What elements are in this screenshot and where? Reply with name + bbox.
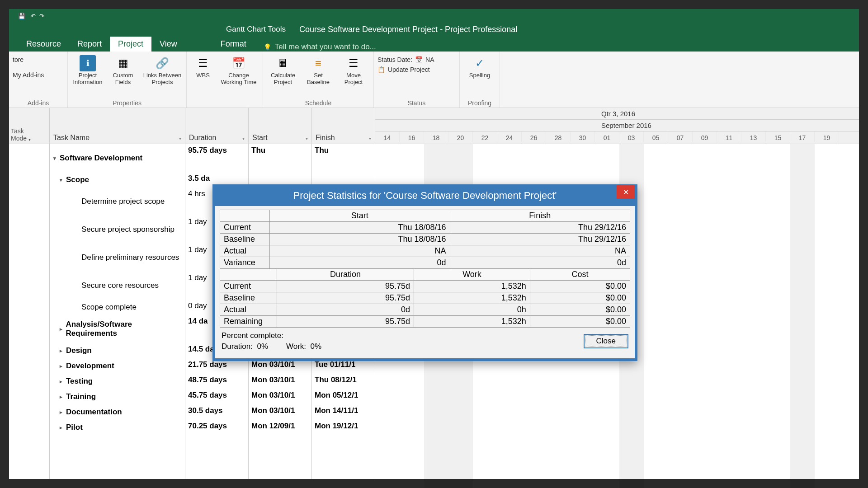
dur-cell[interactable]: 95.75 days xyxy=(185,144,248,172)
project-information-button[interactable]: ℹ Project Information xyxy=(71,53,104,88)
timeline-day: 24 xyxy=(497,131,522,144)
chevron-down-icon[interactable]: ▾ xyxy=(242,136,245,141)
set-baseline-button[interactable]: ≡ Set Baseline xyxy=(302,53,335,88)
task-row[interactable]: Secure core resources xyxy=(50,272,185,300)
finish-cell[interactable]: Thu xyxy=(312,144,375,172)
task-row[interactable]: ▸Testing xyxy=(50,374,185,389)
task-row[interactable]: ▾Software Development xyxy=(50,144,185,172)
update-icon: 📋 xyxy=(377,66,385,73)
timeline-day: 18 xyxy=(424,131,448,144)
task-name-cell: Analysis/Software Requirements xyxy=(66,320,181,338)
date-icon: 📅 xyxy=(415,56,423,63)
timeline-day: 19 xyxy=(815,131,839,144)
stats-row: Current95.75d1,532h$0.00 xyxy=(220,281,630,292)
custom-fields-button[interactable]: ▦ Custom Fields xyxy=(107,53,139,88)
task-name-cell: Scope complete xyxy=(81,303,137,312)
move-icon: ☰ xyxy=(345,55,362,71)
dur-cell[interactable]: 70.25 days xyxy=(185,420,248,435)
undo-icon[interactable]: ↶ xyxy=(31,13,36,19)
update-project-button[interactable]: 📋 Update Project xyxy=(377,66,434,73)
tab-view[interactable]: View xyxy=(151,37,185,52)
start-cell[interactable]: Mon 03/10/1 xyxy=(249,374,311,389)
task-row[interactable]: ▾Scope xyxy=(50,172,185,188)
chevron-down-icon[interactable]: ▾ xyxy=(28,137,31,142)
dur-cell[interactable]: 30.5 days xyxy=(185,404,248,420)
task-row[interactable]: Scope complete xyxy=(50,300,185,315)
store-button[interactable]: tore xyxy=(13,53,24,66)
chevron-down-icon[interactable]: ▾ xyxy=(179,136,181,141)
expand-icon[interactable]: ▸ xyxy=(60,409,66,415)
timeline-day: 05 xyxy=(644,131,668,144)
expand-icon[interactable]: ▸ xyxy=(60,326,66,332)
links-between-projects-button[interactable]: 🔗 Links Between Projects xyxy=(142,53,183,88)
tell-me-search[interactable]: Tell me what you want to do... xyxy=(255,42,859,52)
change-working-time-button[interactable]: 📅 Change Working Time xyxy=(218,53,259,88)
title-header: Gantt Chart Tools Course Software Develo… xyxy=(9,23,859,36)
expand-icon[interactable]: ▸ xyxy=(60,363,66,369)
chevron-down-icon[interactable]: ▾ xyxy=(369,136,371,141)
finish-cell[interactable]: Mon 19/12/1 xyxy=(312,420,375,435)
task-row[interactable]: ▸Pilot xyxy=(50,420,185,435)
task-row[interactable]: ▸Training xyxy=(50,389,185,404)
dialog-close-button[interactable]: ✕ xyxy=(617,185,635,199)
task-row[interactable]: Define preliminary resources xyxy=(50,244,185,272)
tab-report[interactable]: Report xyxy=(69,37,110,52)
finish-header[interactable]: Finish ▾ xyxy=(312,108,375,144)
task-name-header[interactable]: Task Name ▾ xyxy=(50,108,185,144)
status-date-row[interactable]: Status Date: 📅 NA xyxy=(377,56,434,63)
info-icon: ℹ xyxy=(80,55,96,71)
quick-access-toolbar: 💾 ↶ ↷ xyxy=(9,9,859,23)
dur-cell[interactable]: 48.75 days xyxy=(185,374,248,389)
task-name-cell: Training xyxy=(66,392,96,401)
task-mode-header[interactable]: Task Mode ▾ xyxy=(9,108,49,144)
chevron-down-icon[interactable]: ▾ xyxy=(306,136,308,141)
task-row[interactable]: Determine project scope xyxy=(50,188,185,216)
wbs-button[interactable]: ☰ WBS xyxy=(190,53,216,81)
spelling-button[interactable]: ✓ Spelling xyxy=(463,53,496,81)
dialog-body: Start Finish CurrentThu 18/08/16Thu 29/1… xyxy=(215,206,635,358)
tab-resource[interactable]: Resource xyxy=(18,37,69,52)
start-header[interactable]: Start ▾ xyxy=(249,108,311,144)
task-name-cell: Secure project sponsorship xyxy=(81,225,175,234)
dialog-title: Project Statistics for 'Course Software … xyxy=(215,187,635,206)
start-cell[interactable]: Mon 03/10/1 xyxy=(249,389,311,404)
finish-cell[interactable]: Mon 14/11/1 xyxy=(312,404,375,420)
finish-cell[interactable]: Thu 08/12/1 xyxy=(312,374,375,389)
timeline-day: 26 xyxy=(522,131,546,144)
duration-header[interactable]: Duration ▾ xyxy=(185,108,248,144)
stats-row: Variance0d0d xyxy=(220,257,630,269)
redo-icon[interactable]: ↷ xyxy=(39,13,44,19)
task-name-cell: Pilot xyxy=(66,423,83,432)
expand-icon[interactable]: ▾ xyxy=(60,177,66,183)
finish-cell[interactable]: Mon 05/12/1 xyxy=(312,389,375,404)
tab-format[interactable]: Format xyxy=(212,37,255,52)
task-name-column: Task Name ▾ ▾Software Development▾ScopeD… xyxy=(50,108,185,479)
my-addins-button[interactable]: My Add-ins xyxy=(13,69,44,81)
task-row[interactable]: ▸Design xyxy=(50,343,185,358)
task-row[interactable]: ▸Development xyxy=(50,358,185,374)
calculate-project-button[interactable]: 🖩 Calculate Project xyxy=(267,53,299,88)
task-row[interactable]: Secure project sponsorship xyxy=(50,216,185,244)
timeline-day: 07 xyxy=(668,131,693,144)
start-cell[interactable]: Thu xyxy=(249,144,311,172)
task-row[interactable]: ▸Documentation xyxy=(50,404,185,420)
tab-project[interactable]: Project xyxy=(110,37,151,52)
expand-icon[interactable]: ▸ xyxy=(60,394,66,400)
expand-icon[interactable]: ▾ xyxy=(53,155,60,161)
timeline-day: 11 xyxy=(717,131,741,144)
expand-icon[interactable]: ▸ xyxy=(60,348,66,354)
dur-cell[interactable]: 45.75 days xyxy=(185,389,248,404)
task-name-cell: Design xyxy=(66,346,92,355)
save-icon[interactable]: 💾 xyxy=(18,13,25,19)
task-row[interactable]: ▸Analysis/Software Requirements xyxy=(50,315,185,343)
group-properties-label: Properties xyxy=(71,99,183,108)
expand-icon[interactable]: ▸ xyxy=(60,425,66,431)
group-status-label: Status xyxy=(377,99,456,108)
document-title: Course Software Development Project - Pr… xyxy=(299,25,517,34)
close-button[interactable]: Close xyxy=(584,334,628,348)
start-cell[interactable]: Mon 12/09/1 xyxy=(249,420,311,435)
calculate-icon: 🖩 xyxy=(275,55,291,71)
start-cell[interactable]: Mon 03/10/1 xyxy=(249,404,311,420)
move-project-button[interactable]: ☰ Move Project xyxy=(337,53,370,88)
expand-icon[interactable]: ▸ xyxy=(60,379,66,385)
